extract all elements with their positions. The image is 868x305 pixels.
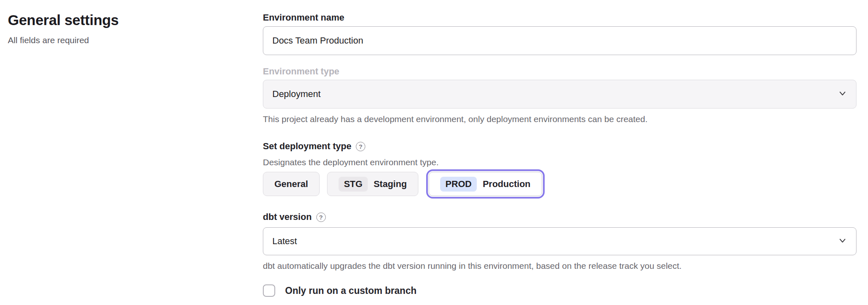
deployment-type-production-button[interactable]: PROD Production: [429, 172, 542, 196]
settings-header: General settings All fields are required: [0, 0, 263, 305]
environment-type-label: Environment type: [263, 66, 856, 77]
chevron-down-icon: [837, 235, 848, 247]
general-settings-page: General settings All fields are required…: [0, 0, 868, 305]
deployment-type-label: Set deployment type: [263, 141, 351, 152]
deployment-type-staging-button[interactable]: STG Staging: [327, 172, 418, 196]
custom-branch-checkbox[interactable]: [263, 284, 275, 297]
dbt-version-helper: dbt automatically upgrades the dbt versi…: [263, 261, 856, 271]
environment-type-select: Deployment: [263, 80, 856, 109]
question-circle-icon[interactable]: ?: [356, 142, 365, 151]
custom-branch-row: Only run on a custom branch: [263, 284, 856, 297]
production-button-label: Production: [483, 179, 530, 189]
deployment-type-header: Set deployment type ?: [263, 141, 856, 152]
environment-settings-form: Environment name Environment type Deploy…: [263, 0, 856, 305]
dbt-version-label: dbt version: [263, 212, 312, 222]
custom-branch-label: Only run on a custom branch: [285, 285, 416, 296]
question-circle-icon[interactable]: ?: [316, 213, 326, 222]
dbt-version-value: Latest: [272, 236, 297, 247]
page-title: General settings: [8, 12, 263, 28]
environment-type-value: Deployment: [272, 89, 320, 99]
deployment-type-general-button[interactable]: General: [263, 172, 320, 196]
staging-button-label: Staging: [374, 179, 407, 189]
environment-name-label: Environment name: [263, 12, 856, 23]
deployment-type-options: General STG Staging PROD Production: [263, 172, 856, 196]
general-button-label: General: [274, 179, 308, 189]
dbt-version-header: dbt version ?: [263, 212, 856, 222]
production-badge: PROD: [440, 177, 477, 192]
chevron-down-icon: [837, 88, 848, 100]
staging-badge: STG: [339, 177, 368, 192]
environment-name-input[interactable]: [263, 26, 856, 55]
dbt-version-select[interactable]: Latest: [263, 227, 856, 255]
environment-type-helper: This project already has a development e…: [263, 114, 856, 125]
page-subtitle: All fields are required: [8, 35, 263, 46]
deployment-type-description: Designates the deployment environment ty…: [263, 157, 856, 168]
